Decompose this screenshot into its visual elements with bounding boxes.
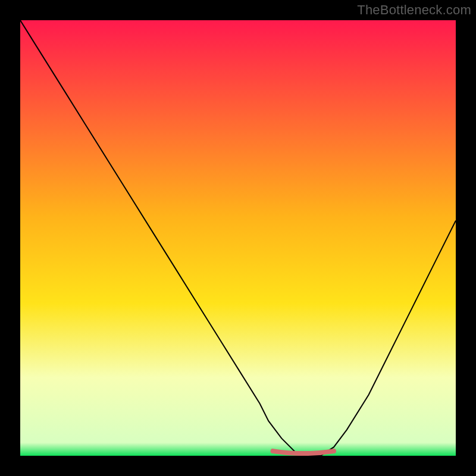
plot-area (20, 20, 456, 456)
bottleneck-chart (20, 20, 456, 456)
gradient-background (20, 20, 456, 456)
chart-frame: TheBottleneck.com (0, 0, 476, 476)
watermark-text: TheBottleneck.com (357, 2, 471, 18)
optimal-range-marker (273, 451, 334, 453)
